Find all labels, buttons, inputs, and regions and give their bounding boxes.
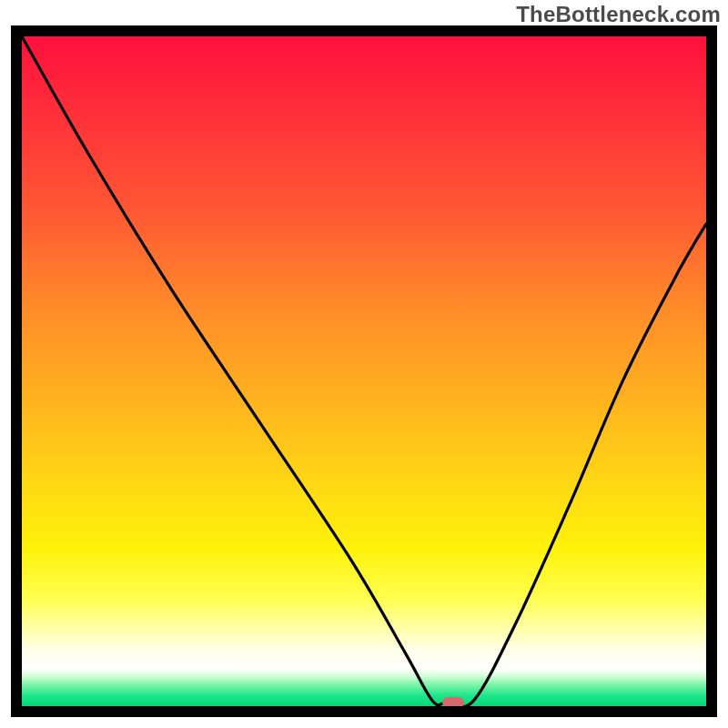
watermark-text: TheBottleneck.com	[516, 2, 721, 27]
chart-frame	[11, 25, 717, 717]
chart-container: TheBottleneck.com	[0, 0, 728, 728]
bottleneck-curve	[22, 36, 706, 706]
plot-area	[22, 36, 706, 706]
optimal-marker-icon	[442, 697, 464, 706]
